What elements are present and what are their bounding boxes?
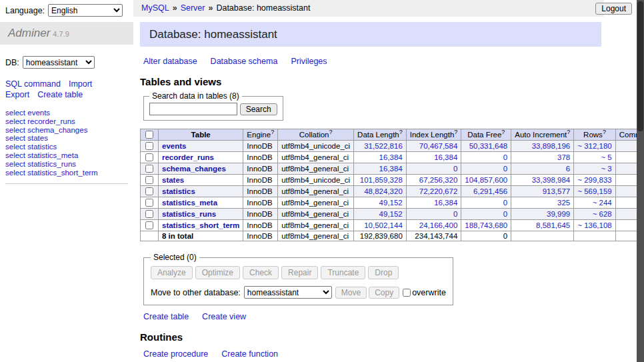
move-button[interactable]: Move: [335, 287, 367, 299]
auto-increment-link[interactable]: 913,577: [543, 187, 571, 195]
rows-link[interactable]: ~ 312,180: [577, 142, 611, 150]
sidebar-link-select-schema-changes[interactable]: select schema_changes: [5, 126, 128, 135]
breadcrumb-mysql-link[interactable]: MySQL: [141, 3, 169, 13]
create-table-sidebar-link[interactable]: Create table: [37, 90, 83, 99]
scrollbar-thumb[interactable]: [637, 1, 643, 131]
auto-increment-link[interactable]: 6: [566, 165, 570, 173]
rows-link[interactable]: ~ 299,833: [577, 176, 611, 184]
sort-link-collation[interactable]: Collation: [299, 131, 329, 139]
sort-link-data-free[interactable]: Data Free: [467, 131, 501, 139]
language-select[interactable]: English: [48, 4, 123, 17]
logout-button[interactable]: Logout: [595, 3, 632, 15]
data-length-link[interactable]: 48,824,320: [364, 187, 403, 195]
data-length-link[interactable]: 16,384: [379, 165, 403, 173]
rows-link[interactable]: ~ 569,159: [577, 187, 611, 195]
vertical-scrollbar[interactable]: [637, 0, 644, 362]
create-table-main-link[interactable]: Create table: [143, 312, 189, 321]
auto-increment-link[interactable]: 378: [557, 153, 570, 161]
import-link[interactable]: Import: [69, 79, 92, 89]
sidebar-link-select-statistics-short-term[interactable]: select statistics_short_term: [5, 169, 128, 177]
alter-database-link[interactable]: Alter database: [143, 57, 197, 66]
sort-link-auto-increment[interactable]: Auto Increment: [515, 131, 567, 139]
data-free-link[interactable]: 0: [503, 199, 507, 207]
sidebar-link-select-recorder-runs[interactable]: select recorder_runs: [5, 117, 128, 126]
rows-link[interactable]: ~ 3: [601, 165, 611, 173]
data-free-link[interactable]: 50,331,648: [469, 142, 508, 150]
data-free-link[interactable]: 0: [503, 210, 507, 218]
row-checkbox[interactable]: [145, 221, 153, 229]
auto-increment-link[interactable]: 8,581,645: [536, 221, 570, 229]
create-function-link[interactable]: Create function: [221, 349, 278, 359]
auto-increment-link[interactable]: 39,999: [547, 210, 570, 218]
data-free-link[interactable]: 6,291,456: [473, 187, 507, 195]
search-button[interactable]: Search: [240, 103, 277, 115]
row-checkbox[interactable]: [145, 210, 153, 218]
table-link-statistics-meta[interactable]: statistics_meta: [162, 199, 217, 207]
row-checkbox[interactable]: [145, 199, 153, 207]
bulk-drop-button[interactable]: Drop: [368, 266, 399, 279]
bulk-truncate-button[interactable]: Truncate: [321, 266, 365, 279]
copy-button[interactable]: Copy: [369, 287, 399, 299]
data-length-link[interactable]: 10,502,144: [364, 221, 403, 229]
rows-link[interactable]: ~ 628: [593, 210, 612, 218]
data-length-link[interactable]: 49,152: [379, 210, 403, 218]
sidebar-link-select-events[interactable]: select events: [5, 109, 128, 117]
data-free-link[interactable]: 0: [503, 165, 507, 173]
row-checkbox[interactable]: [145, 176, 153, 184]
move-db-select[interactable]: homeassistant: [244, 286, 332, 299]
index-length-link[interactable]: 70,467,584: [419, 142, 458, 150]
database-schema-link[interactable]: Database schema: [211, 57, 278, 66]
sort-link-engine[interactable]: Engine: [247, 131, 271, 139]
index-length-link[interactable]: 16,384: [434, 199, 457, 207]
auto-increment-link[interactable]: 325: [557, 199, 570, 207]
sort-link-data-length[interactable]: Data Length: [357, 131, 399, 139]
row-checkbox[interactable]: [145, 165, 153, 173]
index-length-link[interactable]: 0: [453, 210, 457, 218]
table-link-statistics-runs[interactable]: statistics_runs: [162, 210, 216, 218]
auto-increment-link[interactable]: 33,898,196: [532, 142, 571, 150]
table-link-events[interactable]: events: [162, 142, 186, 150]
breadcrumb-server-link[interactable]: Server: [181, 3, 205, 13]
sidebar-link-select-states[interactable]: select states: [5, 134, 128, 143]
export-link[interactable]: Export: [5, 90, 29, 99]
table-link-statistics[interactable]: statistics: [162, 187, 195, 195]
bulk-analyze-button[interactable]: Analyze: [151, 266, 193, 279]
table-link-schema-changes[interactable]: schema_changes: [162, 165, 226, 173]
overwrite-checkbox[interactable]: [403, 289, 411, 297]
sort-link-rows[interactable]: Rows: [583, 131, 603, 139]
auto-increment-link[interactable]: 33,398,984: [532, 176, 571, 184]
table-link-states[interactable]: states: [162, 176, 184, 184]
sort-link-index-length[interactable]: Index Length: [410, 131, 455, 139]
sql-command-link[interactable]: SQL command: [5, 79, 61, 89]
data-free-link[interactable]: 188,743,680: [465, 221, 507, 229]
row-checkbox[interactable]: [145, 142, 153, 150]
row-checkbox[interactable]: [145, 187, 153, 195]
row-checkbox[interactable]: [145, 153, 153, 161]
select-all-checkbox[interactable]: [145, 131, 153, 139]
index-length-link[interactable]: 0: [453, 165, 457, 173]
sort-link-table[interactable]: Table: [191, 131, 211, 139]
sidebar-link-select-statistics-meta[interactable]: select statistics_meta: [5, 151, 128, 160]
create-view-link[interactable]: Create view: [202, 312, 246, 321]
index-length-link[interactable]: 72,220,672: [419, 187, 458, 195]
data-length-link[interactable]: 49,152: [379, 199, 403, 207]
create-procedure-link[interactable]: Create procedure: [143, 349, 208, 359]
data-length-link[interactable]: 31,522,816: [364, 142, 403, 150]
index-length-link[interactable]: 16,384: [434, 153, 457, 161]
rows-link[interactable]: ~ 5: [601, 153, 611, 161]
rows-link[interactable]: ~ 244: [593, 199, 612, 207]
data-free-link[interactable]: 0: [503, 153, 507, 161]
data-length-link[interactable]: 101,859,328: [360, 176, 403, 184]
data-free-link[interactable]: 104,857,600: [465, 176, 507, 184]
bulk-repair-button[interactable]: Repair: [281, 266, 318, 279]
rows-link[interactable]: ~ 136,108: [577, 221, 611, 229]
table-link-statistics-short-term[interactable]: statistics_short_term: [162, 221, 239, 229]
bulk-optimize-button[interactable]: Optimize: [195, 266, 240, 279]
search-input[interactable]: [149, 103, 237, 115]
table-link-recorder-runs[interactable]: recorder_runs: [162, 153, 214, 161]
data-length-link[interactable]: 16,384: [379, 153, 403, 161]
privileges-link[interactable]: Privileges: [291, 57, 327, 66]
db-select[interactable]: homeassistant: [23, 56, 95, 69]
index-length-link[interactable]: 24,166,400: [419, 221, 458, 229]
index-length-link[interactable]: 67,256,320: [419, 176, 458, 184]
